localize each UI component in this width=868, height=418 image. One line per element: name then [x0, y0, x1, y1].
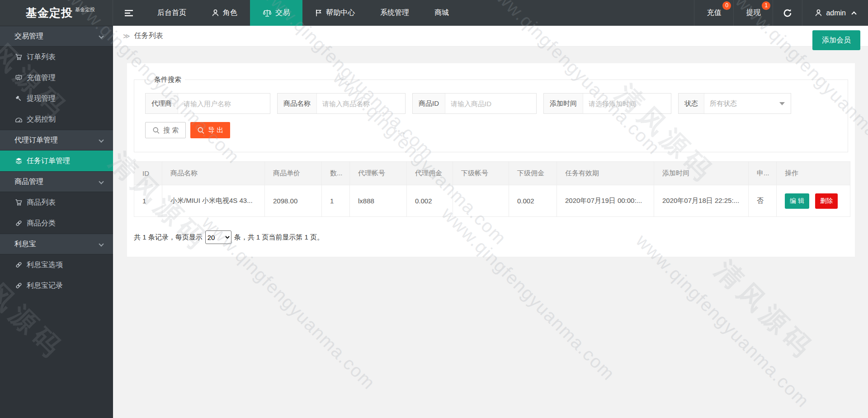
withdraw-button[interactable]: 提现 1 [733, 0, 773, 26]
sidebar: 交易管理 订单列表 充值管理 提现管理 交易控制 代理订单管理 任务订单管理 商… [0, 26, 113, 418]
user-icon [212, 9, 219, 17]
link-icon [14, 282, 23, 289]
app-title: 基金定投 [26, 5, 73, 20]
sidebar-header-label: 商品管理 [14, 177, 43, 187]
link-icon [14, 261, 23, 268]
scales-icon [263, 9, 272, 17]
col-header-product-name: 商品名称 [162, 162, 265, 185]
pagination-prefix: 共 1 条记录，每页显示 [134, 233, 203, 242]
delete-button[interactable]: 删除 [815, 193, 838, 209]
sidebar-header-product-mgmt[interactable]: 商品管理 [0, 171, 113, 192]
nav-item-label: 商城 [434, 8, 449, 18]
sidebar-header-interest-treasure[interactable]: 利息宝 [0, 234, 113, 254]
sidebar-item-task-orders[interactable]: 任务订单管理 [0, 150, 113, 171]
sidebar-item-label: 提现管理 [27, 94, 56, 103]
app-subtitle: 基金定投 [75, 6, 95, 13]
nav-item-label: 系统管理 [380, 8, 409, 18]
breadcrumb: ≫ 任务列表 [113, 26, 868, 47]
status-select[interactable]: 状态 所有状态 [678, 93, 791, 114]
sidebar-item-label: 商品列表 [27, 198, 56, 207]
cell-sub-account [453, 185, 509, 217]
status-selected-value: 所有状态 [704, 94, 779, 113]
col-header-unit-price: 商品单价 [265, 162, 322, 185]
agent-input[interactable] [178, 94, 270, 113]
sidebar-item-label: 充值管理 [27, 73, 56, 83]
gavel-icon [14, 95, 23, 102]
pagination: 共 1 条记录，每页显示 20 条，共 1 页当前显示第 1 页。 [134, 230, 848, 244]
col-header-id: ID [134, 162, 162, 185]
export-button-label: 导 出 [208, 126, 223, 135]
board-icon [14, 74, 23, 81]
export-button[interactable]: 导 出 [190, 122, 230, 138]
nav-item-help[interactable]: 帮助中心 [302, 0, 368, 26]
gauge-icon [14, 116, 23, 123]
menu-toggle-icon[interactable] [113, 0, 145, 26]
sidebar-header-trade-mgmt[interactable]: 交易管理 [0, 26, 113, 47]
sidebar-item-recharge-mgmt[interactable]: 充值管理 [0, 67, 113, 88]
dropdown-arrow-icon [779, 102, 785, 105]
sidebar-item-order-list[interactable]: 订单列表 [0, 47, 113, 67]
layers-icon [14, 157, 23, 164]
user-icon [815, 9, 822, 17]
app-logo: 基金定投 基金定投 [0, 0, 113, 26]
add-member-button[interactable]: 添加会员 [812, 30, 860, 50]
agent-field-group: 代理商 [145, 93, 270, 114]
navbar-right-group: 充值 0 提现 1 admin [694, 0, 868, 26]
nav-item-mall[interactable]: 商城 [422, 0, 462, 26]
cell-valid-period: 2020年07月19日 00:00:... [557, 185, 654, 217]
user-menu[interactable]: admin [802, 0, 868, 26]
nav-item-label: 后台首页 [157, 8, 186, 18]
cell-actions: 编 辑 删除 [777, 185, 850, 217]
nav-item-dashboard[interactable]: 后台首页 [145, 0, 199, 26]
sidebar-item-trade-control[interactable]: 交易控制 [0, 109, 113, 130]
edit-button[interactable]: 编 辑 [785, 193, 809, 209]
recharge-badge: 0 [722, 1, 731, 10]
product-name-input[interactable] [317, 94, 405, 113]
col-header-agent-commission: 代理佣金 [407, 162, 453, 185]
search-buttons-row: 搜 索 导 出 [145, 122, 837, 138]
col-header-add-time: 添加时间 [654, 162, 749, 185]
username: admin [826, 9, 846, 17]
nav-item-roles[interactable]: 角色 [199, 0, 250, 26]
search-button-label: 搜 索 [163, 126, 179, 135]
status-field-label: 状态 [679, 94, 704, 113]
add-time-input[interactable] [583, 94, 671, 113]
sidebar-item-product-list[interactable]: 商品列表 [0, 192, 113, 213]
magnifier-icon [152, 127, 160, 134]
product-id-field-label: 商品ID [413, 94, 445, 113]
nav-item-trade[interactable]: 交易 [250, 0, 302, 26]
chevron-down-icon [99, 179, 104, 184]
col-header-sub-commission: 下级佣金 [509, 162, 557, 185]
sidebar-item-label: 商品分类 [27, 219, 56, 228]
recharge-label: 充值 [707, 8, 721, 18]
chevron-down-icon [99, 33, 104, 38]
sidebar-item-interest-options[interactable]: 利息宝选项 [0, 254, 113, 275]
sidebar-header-label: 交易管理 [14, 32, 43, 41]
sidebar-item-withdraw-mgmt[interactable]: 提现管理 [0, 88, 113, 109]
search-button[interactable]: 搜 索 [145, 122, 186, 138]
refresh-button[interactable] [773, 0, 802, 26]
add-time-field-label: 添加时间 [544, 94, 583, 113]
magnifier-icon [197, 127, 205, 134]
cell-quantity: 1 [322, 185, 350, 217]
col-header-quantity: 数... [322, 162, 350, 185]
search-panel: 条件搜索 代理商 商品名称 商品ID 添加时间 [134, 75, 848, 152]
sidebar-item-label: 交易控制 [27, 115, 56, 124]
withdraw-badge: 1 [762, 1, 770, 10]
breadcrumb-arrow-icon: ≫ [123, 32, 130, 40]
sidebar-item-interest-records[interactable]: 利息宝记录 [0, 275, 113, 296]
recharge-button[interactable]: 充值 0 [694, 0, 733, 26]
sidebar-header-label: 代理订单管理 [14, 136, 58, 145]
search-fields: 代理商 商品名称 商品ID 添加时间 状态 所有状态 [145, 93, 837, 114]
sidebar-header-agent-orders[interactable]: 代理订单管理 [0, 130, 113, 150]
col-header-sub-account: 下级帐号 [453, 162, 509, 185]
page-size-select[interactable]: 20 [205, 230, 231, 244]
sidebar-item-product-category[interactable]: 商品分类 [0, 213, 113, 234]
sidebar-item-label: 订单列表 [27, 52, 56, 62]
product-id-input[interactable] [445, 94, 536, 113]
table-header-row: ID 商品名称 商品单价 数... 代理帐号 代理佣金 下级帐号 下级佣金 任务… [134, 162, 850, 185]
cell-agent-commission: 0.002 [407, 185, 453, 217]
nav-item-label: 交易 [275, 8, 290, 18]
cell-sub-commission: 0.002 [509, 185, 557, 217]
nav-item-system[interactable]: 系统管理 [368, 0, 422, 26]
